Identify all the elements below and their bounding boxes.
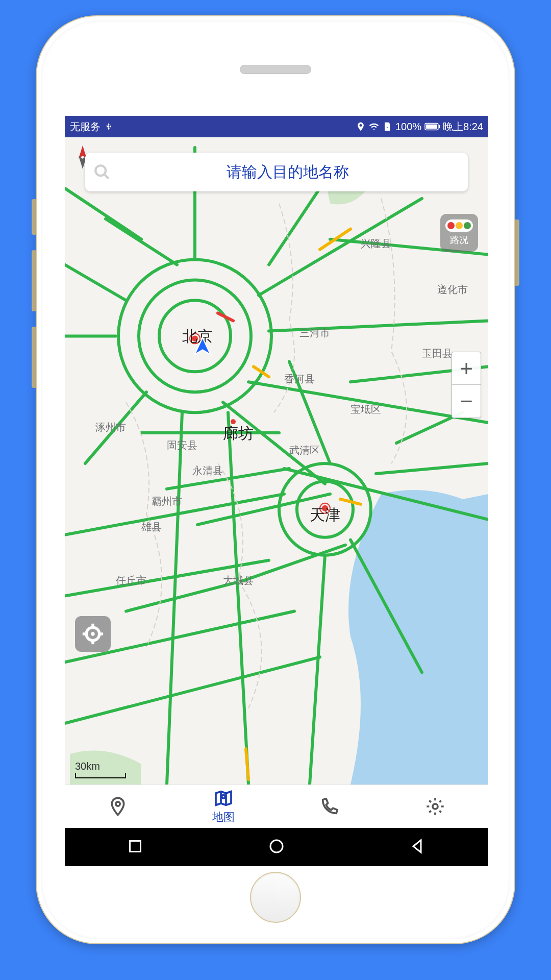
zoom-controls: + − [452,352,481,418]
county-label: 大城县 [223,574,254,587]
zoom-out-button[interactable]: − [452,385,481,418]
county-label: 雄县 [141,520,162,534]
county-label: 兴隆县 [361,237,391,251]
bottom-tab-bar: 地图 [65,785,488,828]
zoom-in-button[interactable]: + [452,352,481,385]
map-icon [213,788,234,808]
svg-rect-28 [130,841,141,851]
locate-button[interactable] [75,616,111,652]
recent-apps-button[interactable] [126,837,144,857]
county-label: 遵化市 [437,283,468,297]
svg-rect-1 [439,125,440,128]
county-label: 三河市 [299,326,330,340]
speaker-grill [240,65,311,74]
carrier-text: 无服务 [70,120,101,134]
back-button[interactable] [409,837,427,857]
map-scale: 30km [75,761,126,778]
city-label: 廊坊 [223,423,254,444]
physical-home-button[interactable] [250,872,301,923]
city-label: 天津 [310,505,340,526]
tab-map[interactable]: 地图 [171,785,277,828]
county-label: 武清区 [289,444,320,457]
county-label: 任丘市 [116,574,146,587]
search-bar[interactable] [85,153,468,191]
home-nav-button[interactable] [267,837,286,857]
search-input[interactable] [116,163,460,181]
map-background [65,137,488,785]
county-label: 霸州市 [152,495,182,508]
svg-point-16 [95,165,106,176]
county-label: 固安县 [167,438,197,452]
svg-point-25 [116,802,120,806]
battery-icon [424,122,440,131]
svg-rect-2 [426,125,437,129]
county-label: 玉田县 [422,347,453,360]
svg-point-27 [433,804,438,809]
traffic-light-icon [445,219,473,232]
crosshair-icon [82,623,104,645]
location-icon [356,121,366,132]
svg-marker-24 [195,337,211,354]
county-label: 永清县 [192,464,223,478]
county-label: 涿州市 [95,421,126,434]
screen: 无服务 100% 晚上8:24 [65,116,488,866]
user-location-icon [191,335,214,358]
usb-icon [105,122,113,131]
phone-frame: 无服务 100% 晚上8:24 [36,15,515,944]
wifi-icon [369,121,379,132]
search-icon [93,163,111,181]
clock-text: 晚上8:24 [443,120,483,134]
phone-icon [319,796,340,817]
sim-icon [382,121,392,132]
map-canvas[interactable]: 路况 + − 30km [65,137,488,785]
svg-point-26 [222,795,226,798]
svg-line-17 [104,174,109,179]
county-label: 宝坻区 [350,403,381,416]
pin-icon [108,796,128,817]
tab-phone[interactable] [277,785,383,828]
tab-map-label: 地图 [212,810,235,825]
tab-settings[interactable] [383,785,489,828]
status-bar: 无服务 100% 晚上8:24 [65,116,488,137]
svg-point-29 [270,840,283,852]
scale-label: 30km [75,761,100,772]
county-label: 香河县 [284,372,315,386]
android-nav-bar [65,828,488,866]
gear-icon [425,796,445,817]
traffic-label: 路况 [450,234,468,246]
tab-location[interactable] [65,785,171,828]
battery-percent: 100% [395,121,421,133]
svg-point-19 [91,632,94,635]
traffic-toggle[interactable]: 路况 [440,214,478,252]
